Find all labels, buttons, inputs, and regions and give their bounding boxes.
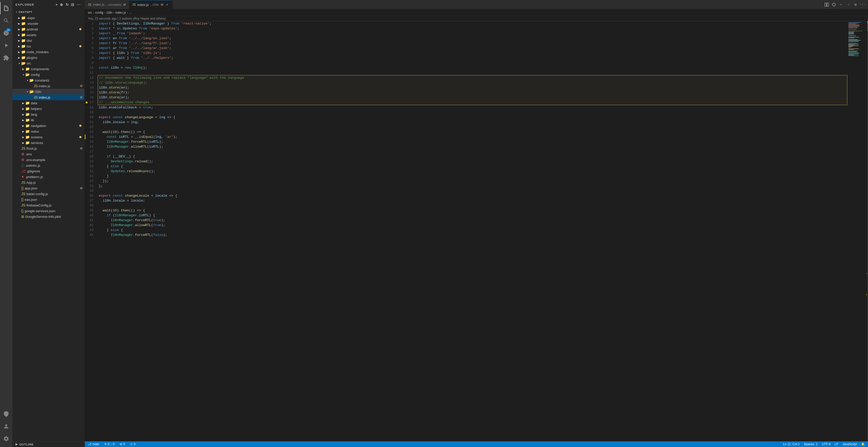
code-line-44: 44 I18nManager.forceRTL(false); [85, 233, 847, 237]
code-line-35: 35 [85, 188, 847, 193]
status-sync[interactable]: ↻ 0 ↓ 0 [103, 441, 116, 447]
line-num-36: 36 [85, 193, 98, 198]
tree-item-google-service-info[interactable]: ▶ ⊞ GoogleService-Info.plist [12, 214, 85, 219]
tree-item-dist[interactable]: ▶ 📁 dist [12, 38, 85, 43]
code-line-43: 43 } else { [85, 228, 847, 233]
tab-constants-index[interactable]: JS index.js .../constants M [85, 0, 129, 9]
line-num-32: 32 [85, 174, 98, 179]
tree-item-google-services[interactable]: ▶ {} google-services.json [12, 208, 85, 214]
collapse-btn[interactable]: ⊟ [70, 2, 75, 7]
tree-item-app-json[interactable]: ▶ {} app.json M [12, 185, 85, 191]
tree-item-src[interactable]: ▾ 📂 src [12, 60, 85, 66]
new-folder-btn[interactable]: ⊕ [59, 2, 64, 7]
tree-item-assets[interactable]: ▶ 📁 assets [12, 32, 85, 38]
line-content-17: // ...uncommitted changes [98, 100, 847, 105]
tree-item-data[interactable]: ▶ 📁 data [12, 100, 85, 106]
folder-icon: 📁 [25, 129, 30, 133]
tree-item-node-modules[interactable]: ▶ 📁 node_modules [12, 49, 85, 55]
status-encoding[interactable]: UTF-8 [821, 442, 832, 446]
activity-bar-account[interactable] [0, 420, 12, 433]
eslintrc-label: .eslintrc.js [25, 164, 85, 168]
open-preview-btn[interactable]: ⊡ [852, 2, 859, 8]
breadcrumb-more[interactable]: ... [129, 11, 131, 14]
more-editor-actions-btn[interactable]: ··· [860, 2, 866, 8]
status-notifications[interactable]: 🔔 [860, 442, 866, 446]
status-branch[interactable]: ⎇ main [87, 441, 100, 447]
tree-item-lang[interactable]: ▶ 📁 lang [12, 111, 85, 117]
git-file-icon: ⎇ [21, 169, 25, 173]
tree-item-app-js[interactable]: ▶ JS App.js [12, 180, 85, 185]
breadcrumb: src › config › i18n › index.js › ... [85, 9, 868, 16]
tree-item-services[interactable]: ▶ 📁 services [12, 140, 85, 145]
redux-label: redux [31, 130, 85, 133]
tree-item-plugins[interactable]: ▶ 📁 plugins [12, 55, 85, 60]
tree-item-redux[interactable]: ▶ 📁 redux [12, 129, 85, 134]
tree-item-vscode[interactable]: ▶ 📁 .vscode [12, 21, 85, 26]
tree-item-expo[interactable]: ▶ 📁 .expo [12, 15, 85, 21]
tree-item-navigation[interactable]: ▶ 📁 navigation [12, 123, 85, 129]
tree-item-lib[interactable]: ▶ 📁 lib [12, 117, 85, 123]
breadcrumb-file[interactable]: index.js [116, 11, 126, 14]
line-content-20: export const changeLanguage = lng => { [98, 115, 847, 120]
status-indentation[interactable]: Spaces: 2 [803, 442, 819, 446]
tree-item-gitignore[interactable]: ▶ ⎇ .gitignore [12, 168, 85, 174]
root-folder[interactable]: ▾ CHATGPT [12, 9, 85, 15]
breadcrumb-sep3: › [114, 11, 115, 14]
tree-item-ios[interactable]: ▶ 📁 ios [12, 43, 85, 49]
tree-item-constants-index[interactable]: ▶ JS index.js M [12, 83, 85, 89]
tree-item-env-example[interactable]: ▶ ⚙ .env.example [12, 157, 85, 163]
activity-bar-run[interactable] [0, 39, 12, 51]
activity-bar-settings[interactable] [0, 433, 12, 445]
status-warnings[interactable]: ⚠ 0 [129, 441, 136, 447]
tree-item-eslintrc[interactable]: ▶ ⬡ .eslintrc.js [12, 163, 85, 168]
line-num-14: 14 [85, 85, 98, 90]
tree-item-eas-json[interactable]: ▶ {} eas.json [12, 197, 85, 202]
open-changes-btn[interactable] [831, 2, 837, 8]
tree-item-components[interactable]: ▶ 📁 components [12, 66, 85, 72]
tree-item-helpers[interactable]: ▶ 📁 helpers [12, 106, 85, 111]
line-num-5: 5 [85, 41, 98, 46]
tree-item-screens[interactable]: ▶ 📁 screens [12, 134, 85, 140]
tree-item-root-js[interactable]: ▶ JS Root.js M [12, 145, 85, 151]
go-forward-btn[interactable]: → [845, 2, 851, 8]
code-editor[interactable]: 1 import { DevSettings, I18nManager } fr… [85, 21, 847, 441]
tab-i18n-index[interactable]: JS index.js .../i18n M × [129, 0, 173, 9]
tree-item-constants[interactable]: ▾ 📂 constants [12, 77, 85, 83]
status-cursor[interactable]: Ln 12, Col 1 [782, 442, 801, 446]
toggle-split-editor-btn[interactable] [824, 2, 830, 8]
tree-item-env[interactable]: ▶ ⚙ .env [12, 151, 85, 157]
cursor-position: Ln 12, Col 1 [783, 442, 800, 446]
breadcrumb-src[interactable]: src [88, 11, 92, 14]
tree-item-i18n[interactable]: ▾ 📂 i18n [12, 89, 85, 95]
outline-section[interactable]: ▶ OUTLINE [12, 441, 85, 447]
activity-bar-remote[interactable] [0, 408, 12, 420]
status-line-ending[interactable]: LF [834, 442, 839, 446]
android-badge [79, 28, 82, 30]
breadcrumb-config[interactable]: config [95, 11, 103, 14]
go-back-btn[interactable]: ← [838, 2, 844, 8]
root-js-label: Root.js [26, 147, 80, 150]
more-actions-btn[interactable]: ··· [76, 2, 82, 7]
new-file-btn[interactable]: + [55, 2, 59, 7]
line-content-35 [98, 188, 847, 193]
refresh-btn[interactable]: ↻ [65, 2, 70, 7]
tab2-close-btn[interactable]: × [165, 2, 169, 7]
code-line-2: 2 import * as Updates from 'expo-updates… [85, 26, 847, 31]
activity-bar-explorer[interactable] [0, 2, 12, 14]
activity-bar-extensions[interactable] [0, 51, 12, 64]
line-num-33: 33 [85, 179, 98, 183]
activity-bar-source-control[interactable]: 21 [0, 27, 12, 39]
status-errors[interactable]: ⊘ 0 [119, 441, 126, 447]
status-language[interactable]: JavaScript [841, 442, 858, 446]
breadcrumb-i18n[interactable]: i18n [106, 11, 113, 14]
code-line-42: 42 I18nManager.allowRTL(true); [85, 223, 847, 228]
tree-item-babel-config[interactable]: ▶ JS babel.config.js [12, 191, 85, 197]
tree-item-config[interactable]: ▾ 📂 config [12, 72, 85, 77]
tree-item-i18n-index[interactable]: ▶ JS index.js M [12, 95, 85, 100]
tree-item-android[interactable]: ▶ 📁 android [12, 26, 85, 32]
code-line-25: 25 I18nManager.forceRTL(isRTL); [85, 139, 847, 144]
tree-item-prettierrc[interactable]: ▶ ✦ .prettierrc.js [12, 174, 85, 180]
folder-icon: 📁 [21, 22, 26, 26]
activity-bar-search[interactable] [0, 14, 12, 27]
tree-item-firebase-config[interactable]: ▶ JS firebaseConfig.js [12, 202, 85, 208]
